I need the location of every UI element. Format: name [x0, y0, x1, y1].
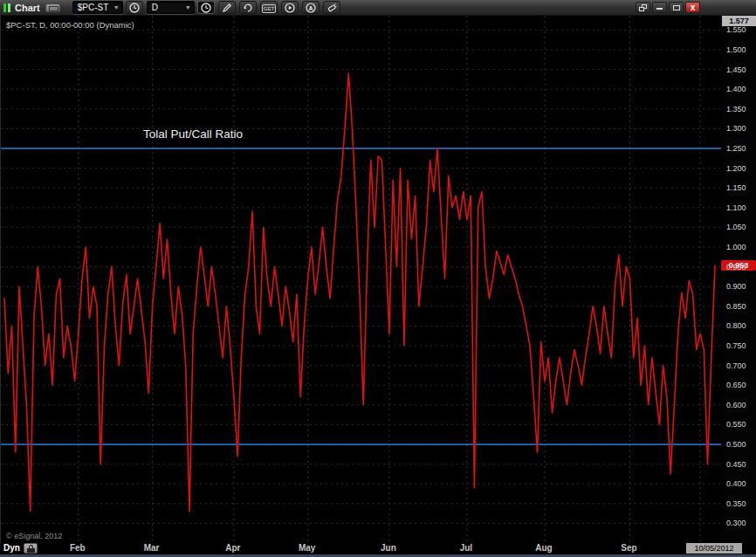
- app-label: Chart: [15, 3, 40, 13]
- copyright-label: © eSignal, 2012: [6, 532, 62, 540]
- date-badge[interactable]: 10/05/2012: [686, 543, 742, 554]
- titlebar: Chart $PC-ST ▼ D ▼: [0, 0, 756, 16]
- chart-annotation: Tolal Put/Call Ratio: [143, 127, 243, 141]
- y-axis-tick-label: 0.750: [726, 341, 756, 350]
- close-icon: x: [686, 3, 699, 13]
- mode-label: Dyn: [3, 543, 20, 553]
- clock-icon: [201, 3, 211, 13]
- quote-tool-button[interactable]: GET: [260, 1, 278, 14]
- eraser-icon: [326, 3, 337, 13]
- chevron-down-icon[interactable]: ▼: [113, 4, 120, 10]
- y-axis-top-label: 1.577: [722, 16, 756, 26]
- month-label: Mar: [137, 543, 167, 553]
- replay-button[interactable]: [281, 1, 299, 14]
- y-axis-tick-label: 0.950: [726, 263, 756, 272]
- y-axis-tick-label: 0.600: [726, 401, 756, 409]
- eraser-button[interactable]: [323, 1, 340, 14]
- pencil-icon: [222, 3, 232, 13]
- y-axis-tick-label: 1.150: [726, 183, 756, 192]
- y-axis-tick-label: 0.900: [726, 282, 756, 291]
- y-axis-tick-label: 1.450: [726, 65, 756, 74]
- chart-subtitle: $PC-ST, D, 00:00-00:00 (Dynamic): [6, 20, 134, 30]
- analytics-button[interactable]: A: [302, 1, 320, 14]
- y-axis-tick-label: 0.450: [726, 460, 756, 469]
- month-label: Sep: [614, 543, 643, 553]
- y-axis-tick-label: 0.800: [726, 321, 756, 330]
- symbol-combobox[interactable]: $PC-ST ▼: [72, 1, 123, 14]
- y-axis-tick-label: 0.500: [726, 440, 756, 449]
- svg-text:A: A: [308, 5, 313, 11]
- window-controls: x: [636, 2, 700, 13]
- y-axis-tick-label: 1.350: [726, 105, 756, 113]
- redo-arrow-icon: [243, 3, 253, 13]
- y-axis-tick-label: 0.700: [726, 361, 756, 370]
- y-axis-tick-label: 1.250: [726, 144, 756, 153]
- apply-symbol-button[interactable]: [126, 1, 143, 14]
- y-axis-tick-label: 1.500: [726, 45, 756, 54]
- y-axis[interactable]: 1.577 0.953 1.5501.5001.4501.4001.3501.3…: [721, 16, 756, 543]
- month-label: Feb: [63, 543, 93, 553]
- close-button[interactable]: x: [685, 2, 700, 13]
- chart-window: Chart $PC-ST ▼ D ▼: [0, 0, 756, 557]
- month-label: May: [292, 543, 322, 553]
- month-label: Apr: [218, 543, 248, 553]
- y-axis-tick-label: 1.300: [726, 124, 756, 133]
- y-axis-tick-label: 1.400: [726, 85, 756, 93]
- y-axis-tick-label: 1.550: [726, 25, 756, 34]
- month-label: Aug: [529, 543, 559, 553]
- link-badge-icon[interactable]: [45, 3, 60, 12]
- refresh-circle-icon: [129, 3, 140, 13]
- y-axis-tick-label: 0.400: [726, 479, 756, 488]
- month-label: Jul: [451, 543, 481, 553]
- a-circle-icon: A: [306, 3, 316, 13]
- y-axis-tick-label: 0.850: [726, 302, 756, 311]
- y-axis-tick-label: 0.650: [726, 381, 756, 389]
- y-axis-tick-label: 0.350: [726, 499, 756, 508]
- draw-button[interactable]: [218, 1, 236, 14]
- interval-value: D: [152, 3, 181, 12]
- y-axis-tick-label: 1.100: [726, 203, 756, 212]
- chart-canvas[interactable]: [1, 16, 722, 543]
- symbol-value: $PC-ST: [78, 3, 109, 12]
- maximize-button[interactable]: [669, 2, 684, 13]
- play-circle-icon: [285, 3, 295, 13]
- x-axis[interactable]: Dyn FebMarAprMayJunJulAugSepOct10/05/201…: [0, 543, 756, 554]
- y-axis-tick-label: 1.000: [726, 243, 756, 251]
- get-icon: GET: [262, 4, 276, 13]
- month-label: Jun: [374, 543, 403, 553]
- y-axis-tick-label: 0.300: [726, 519, 756, 527]
- interval-combobox[interactable]: D ▼: [147, 1, 195, 14]
- y-axis-tick-label: 0.550: [726, 420, 756, 429]
- y-axis-tick-label: 1.050: [726, 223, 756, 231]
- y-axis-tick-label: 1.200: [726, 164, 756, 173]
- time-template-button[interactable]: [197, 1, 215, 14]
- chevron-down-icon[interactable]: ▼: [185, 4, 191, 10]
- lock-button[interactable]: [24, 543, 38, 554]
- green-bars-icon: [3, 3, 10, 12]
- plot-area[interactable]: $PC-ST, D, 00:00-00:00 (Dynamic) Tolal P…: [0, 16, 721, 543]
- reload-data-button[interactable]: [239, 1, 257, 14]
- series-line: [4, 73, 715, 512]
- restore-button[interactable]: [636, 2, 650, 13]
- minimize-button[interactable]: [652, 2, 667, 13]
